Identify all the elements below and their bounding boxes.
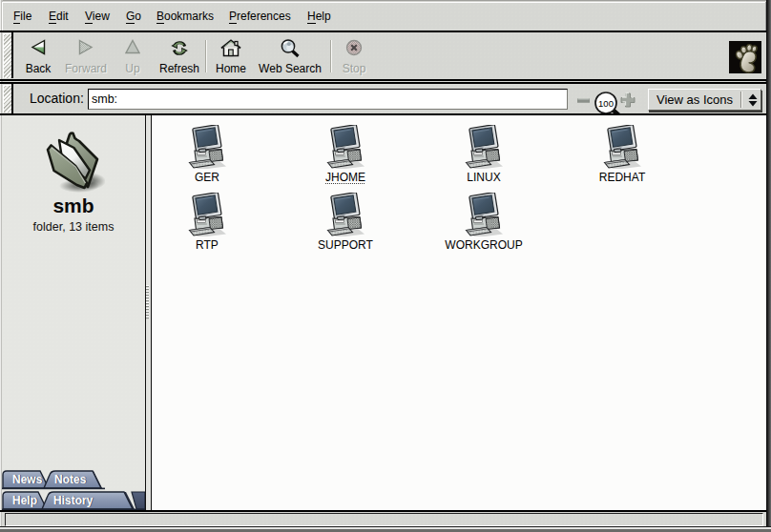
svg-text:Notes: Notes <box>54 473 87 486</box>
svg-text:News: News <box>12 473 43 486</box>
svg-text:History: History <box>53 494 94 507</box>
svg-text:Help: Help <box>12 494 37 507</box>
svg-text:100: 100 <box>598 98 614 109</box>
